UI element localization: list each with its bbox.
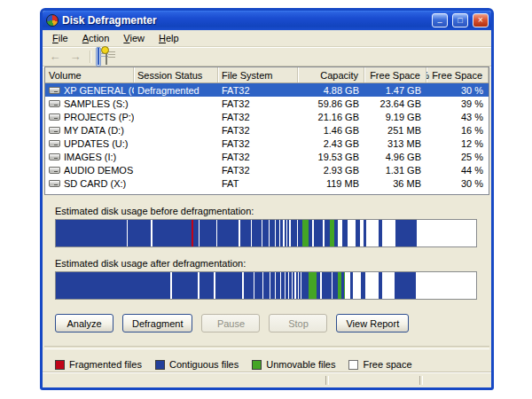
analyze-button[interactable]: Analyze: [55, 314, 113, 332]
forward-arrow-icon[interactable]: →: [66, 49, 84, 65]
volume-label: SAMPLES (S:): [64, 98, 129, 109]
status-bar: [43, 372, 491, 387]
column-header-2[interactable]: File System: [218, 67, 298, 82]
drive-icon: [49, 140, 60, 147]
minimize-button[interactable]: _: [432, 13, 448, 27]
cell-fs: FAT32: [218, 85, 298, 96]
drive-icon: [49, 87, 60, 94]
volume-label: PROJECTS (P:): [64, 112, 134, 122]
cell-capacity: 19.53 GB: [298, 152, 364, 162]
title-bar[interactable]: Disk Defragmenter _ □ ×: [43, 11, 491, 30]
volume-label: IMAGES (I:): [64, 152, 116, 162]
cell-capacity: 4.88 GB: [298, 85, 364, 96]
bar-segment-b: [200, 272, 215, 299]
volume-list-body: XP GENERAL (C:)DefragmentedFAT324.88 GB1…: [45, 83, 489, 194]
legend-label: Unmovable files: [266, 359, 335, 370]
bar-segment-b: [56, 220, 127, 246]
pause-button: Pause: [201, 314, 260, 332]
bar-segment-b: [56, 272, 170, 299]
cell-capacity: 59.86 GB: [298, 98, 364, 109]
volume-label: XP GENERAL (C:): [64, 85, 134, 96]
volume-list[interactable]: VolumeSession StatusFile SystemCapacityF…: [44, 66, 489, 195]
cell-volume: IMAGES (I:): [45, 152, 134, 162]
menu-item-help[interactable]: Help: [152, 31, 186, 45]
legend-swatch: [252, 360, 262, 370]
bar-segment-b: [128, 220, 151, 246]
view-report-toolbar-button[interactable]: [104, 47, 109, 66]
column-header-5[interactable]: % Free Space: [426, 67, 489, 82]
legend-item-free-space: Free space: [348, 359, 411, 370]
menu-item-action[interactable]: Action: [75, 31, 117, 45]
view-report-button[interactable]: View Report: [336, 314, 409, 332]
table-row[interactable]: UPDATES (U:)FAT322.43 GB313 MB12 %: [45, 137, 489, 150]
cell-volume: SD CARD (X:): [45, 178, 134, 189]
menu-item-file[interactable]: File: [45, 31, 75, 45]
toolbar-separator: [90, 51, 90, 63]
drive-icon: [49, 127, 60, 134]
cell-free: 36 MB: [364, 178, 426, 189]
stop-button: Stop: [269, 314, 327, 332]
bar-segment-w: [382, 220, 395, 246]
volume-list-header[interactable]: VolumeSession StatusFile SystemCapacityF…: [45, 67, 489, 83]
cell-fs: FAT32: [218, 98, 298, 109]
table-row[interactable]: SAMPLES (S:)FAT3259.86 GB23.64 GB39 %: [45, 97, 489, 110]
bar-segment-b: [215, 272, 243, 299]
bar-segment-b: [153, 220, 192, 246]
cell-pct: 39 %: [426, 98, 489, 109]
bar-segment-b: [395, 220, 417, 246]
column-header-3[interactable]: Capacity: [298, 67, 364, 82]
table-row[interactable]: SD CARD (X:)FAT119 MB36 MB30 %: [45, 176, 489, 190]
bar-segment-w: [348, 220, 356, 246]
bar-segment-g: [302, 220, 309, 246]
menu-item-view[interactable]: View: [116, 31, 152, 45]
column-header-4[interactable]: Free Space: [364, 67, 426, 82]
defragment-button[interactable]: Defragment: [122, 314, 192, 332]
bar-segment-w: [382, 272, 395, 299]
table-row[interactable]: PROJECTS (P:)FAT3221.16 GB9.19 GB43 %: [45, 110, 489, 123]
view-report-icon: [106, 48, 107, 65]
cell-volume: PROJECTS (P:): [45, 112, 134, 122]
status-separator: [419, 376, 423, 385]
cell-fs: FAT32: [218, 138, 298, 149]
bar-segment-b: [240, 220, 251, 246]
disk-defragmenter-window: Disk Defragmenter _ □ × FileActionViewHe…: [40, 8, 494, 390]
bar-segment-w: [416, 272, 476, 299]
window-title: Disk Defragmenter: [62, 14, 427, 27]
analysis-display-icon: [98, 48, 99, 65]
drive-icon: [49, 153, 60, 160]
volume-label: MY DATA (D:): [64, 125, 124, 136]
bar-segment-b: [291, 220, 297, 246]
cell-fs: FAT32: [218, 125, 298, 136]
legend-label: Contiguous files: [169, 359, 239, 370]
cell-volume: MY DATA (D:): [45, 125, 134, 136]
table-row[interactable]: AUDIO DEMOS (...FAT322.93 GB1.31 GB44 %: [45, 163, 489, 176]
table-row[interactable]: MY DATA (D:)FAT321.46 GB251 MB16 %: [45, 123, 489, 137]
bar-segment-w: [366, 220, 379, 246]
legend-item-fragmented-files: Fragmented files: [55, 359, 142, 370]
back-arrow-icon[interactable]: ←: [46, 49, 64, 65]
cell-volume: AUDIO DEMOS (...: [45, 165, 134, 176]
drive-icon: [49, 167, 60, 174]
drive-icon: [49, 113, 60, 121]
after-usage-label: Estimated disk usage after defragmentati…: [55, 258, 477, 269]
cell-pct: 16 %: [426, 125, 489, 136]
volume-label: UPDATES (U:): [64, 138, 129, 149]
cell-free: 23.64 GB: [364, 98, 426, 109]
legend-item-unmovable-files: Unmovable files: [252, 359, 335, 370]
maximize-button[interactable]: □: [452, 13, 468, 27]
legend-item-contiguous-files: Contiguous files: [155, 359, 239, 370]
close-button[interactable]: ×: [473, 13, 489, 27]
bar-segment-b: [301, 272, 309, 299]
cell-pct: 44 %: [426, 165, 489, 176]
before-usage-label: Estimated disk usage before defragmentat…: [55, 206, 477, 216]
table-row[interactable]: XP GENERAL (C:)DefragmentedFAT324.88 GB1…: [45, 83, 489, 97]
action-buttons: AnalyzeDefragmentPauseStopView Report: [55, 314, 477, 332]
cell-free: 4.96 GB: [364, 152, 426, 162]
table-row[interactable]: IMAGES (I:)FAT3219.53 GB4.96 GB25 %: [45, 150, 489, 163]
bar-segment-b: [254, 272, 262, 299]
cell-pct: 25 %: [426, 152, 489, 162]
bar-segment-b: [395, 272, 416, 299]
column-header-1[interactable]: Session Status: [134, 67, 218, 82]
cell-pct: 30 %: [426, 178, 489, 189]
column-header-0[interactable]: Volume: [45, 67, 134, 82]
